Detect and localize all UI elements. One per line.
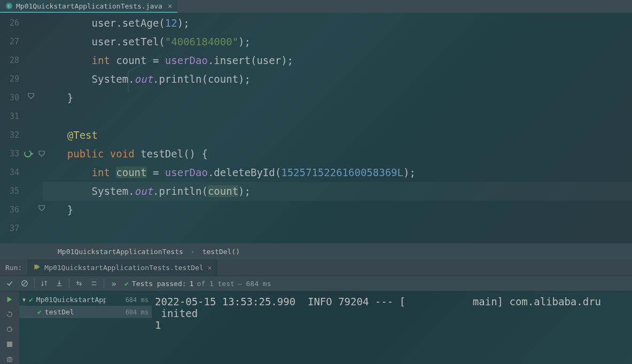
code-area[interactable]: user.setAge(12); user.setTel("4006184000… xyxy=(43,13,632,243)
code-line[interactable]: int count = userDao.deleteById(152571522… xyxy=(43,163,632,182)
code-line[interactable]: @Test xyxy=(43,126,632,145)
show-ignored-button[interactable] xyxy=(18,277,31,290)
separator xyxy=(69,279,69,288)
line-number: 36 xyxy=(0,201,22,219)
test-duration: 684 ms xyxy=(126,308,152,316)
run-config-tab[interactable]: Mp01QuickstartApplicationTests.testDel × xyxy=(27,259,217,275)
line-number-gutter: 262728293031323334353637 xyxy=(0,13,22,243)
line-number: 33 xyxy=(0,145,22,163)
tests-passed-count: 1 xyxy=(190,280,194,288)
collapse-all-button[interactable] xyxy=(88,277,100,290)
gutter-icon-strip xyxy=(22,13,43,243)
breadcrumb-class[interactable]: Mp01QuickstartApplicationTests xyxy=(58,248,183,256)
fold-icon[interactable] xyxy=(27,92,37,102)
stop-button[interactable] xyxy=(4,339,15,349)
breadcrumb: Mp01QuickstartApplicationTests › testDel… xyxy=(0,243,632,259)
breadcrumb-method[interactable]: testDel() xyxy=(202,248,240,256)
toggle-autotest-button[interactable] xyxy=(4,310,15,319)
separator xyxy=(104,279,104,288)
tests-passed-mid: of 1 test xyxy=(197,280,234,288)
line-number: 26 xyxy=(0,14,22,33)
run-label: Run: xyxy=(0,264,27,272)
java-class-icon: C xyxy=(5,2,13,10)
chevron-right-icon: › xyxy=(191,248,195,256)
editor-tab-bar: C Mp01QuickstartApplicationTests.java × xyxy=(0,0,632,13)
line-number: 37 xyxy=(0,219,22,238)
svg-rect-20 xyxy=(7,358,12,361)
line-number: 35 xyxy=(0,182,22,201)
line-number: 31 xyxy=(0,107,22,126)
line-number: 29 xyxy=(0,70,22,89)
run-config-icon xyxy=(33,263,40,272)
separator xyxy=(34,279,35,288)
test-tree-root[interactable]: ▼ ✔ Mp01QuickstartApp 684 ms xyxy=(19,294,152,306)
export-results-button[interactable] xyxy=(4,354,15,364)
check-icon: ✔ xyxy=(29,296,33,304)
code-line[interactable]: } xyxy=(43,201,632,219)
svg-marker-7 xyxy=(28,93,34,99)
test-duration: 684 ms xyxy=(126,296,152,304)
tests-passed-prefix: Tests passed: xyxy=(132,280,186,288)
rerun-failed-button[interactable] xyxy=(4,325,15,334)
run-panel-header: Run: Mp01QuickstartApplicationTests.test… xyxy=(0,259,632,275)
svg-marker-17 xyxy=(9,311,11,313)
code-line[interactable]: user.setAge(12); xyxy=(43,14,632,33)
check-icon: ✔ xyxy=(37,308,42,316)
line-number: 27 xyxy=(0,33,22,51)
console-output[interactable]: 2022-05-15 13:53:25.990 INFO 79204 --- [… xyxy=(152,291,632,364)
svg-text:C: C xyxy=(7,4,11,9)
run-side-toolbar xyxy=(0,291,19,364)
svg-point-21 xyxy=(9,359,11,361)
more-button[interactable]: » xyxy=(107,277,120,290)
run-test-icon[interactable] xyxy=(24,148,34,159)
close-icon[interactable]: × xyxy=(208,264,212,272)
code-editor[interactable]: 262728293031323334353637 user.setAge(12)… xyxy=(0,13,632,243)
editor-tab-title: Mp01QuickstartApplicationTests.java xyxy=(16,2,162,10)
tests-passed-time: – 684 ms xyxy=(238,280,271,288)
svg-marker-13 xyxy=(36,264,40,270)
editor-tab[interactable]: C Mp01QuickstartApplicationTests.java × xyxy=(0,0,177,13)
svg-rect-22 xyxy=(9,357,11,358)
check-icon: ✔ xyxy=(124,280,129,288)
svg-point-8 xyxy=(25,151,31,157)
tests-passed-status: ✔ Tests passed: 1 of 1 test – 684 ms xyxy=(124,280,271,288)
sort-button[interactable] xyxy=(38,277,51,290)
code-line[interactable] xyxy=(43,219,632,238)
svg-marker-9 xyxy=(30,152,34,155)
svg-marker-16 xyxy=(7,297,12,303)
rerun-button[interactable] xyxy=(4,295,15,304)
code-line[interactable]: user.setTel("4006184000"); xyxy=(43,33,632,51)
import-button[interactable] xyxy=(53,277,66,290)
code-line[interactable] xyxy=(43,107,632,126)
svg-line-15 xyxy=(23,282,27,286)
code-line[interactable]: public void testDel() { xyxy=(43,145,632,163)
run-config-title: Mp01QuickstartApplicationTests.testDel xyxy=(44,264,203,272)
run-panel-body: ▼ ✔ Mp01QuickstartApp 684 ms ✔ testDel 6… xyxy=(0,291,632,364)
line-number: 30 xyxy=(0,89,22,107)
close-icon[interactable]: × xyxy=(168,2,172,10)
test-tree-root-label: Mp01QuickstartApp xyxy=(36,296,106,304)
code-line[interactable]: } xyxy=(43,89,632,107)
svg-rect-19 xyxy=(7,342,12,347)
line-number: 34 xyxy=(0,163,22,182)
code-line[interactable]: int count = userDao.insert(user); xyxy=(43,51,632,70)
line-number: 28 xyxy=(0,51,22,70)
chevron-down-icon[interactable]: ▼ xyxy=(22,297,26,303)
code-line[interactable]: System.out.println(count); xyxy=(43,182,632,201)
test-tree[interactable]: ▼ ✔ Mp01QuickstartApp 684 ms ✔ testDel 6… xyxy=(19,291,152,364)
run-toolbar: » ✔ Tests passed: 1 of 1 test – 684 ms xyxy=(0,275,632,291)
line-number: 32 xyxy=(0,126,22,145)
expand-all-button[interactable] xyxy=(73,277,85,290)
test-tree-item[interactable]: ✔ testDel 684 ms xyxy=(19,306,152,318)
test-tree-item-label: testDel xyxy=(45,308,74,316)
code-line[interactable]: System.out.println(count); xyxy=(43,70,632,89)
show-passed-button[interactable] xyxy=(3,277,16,290)
